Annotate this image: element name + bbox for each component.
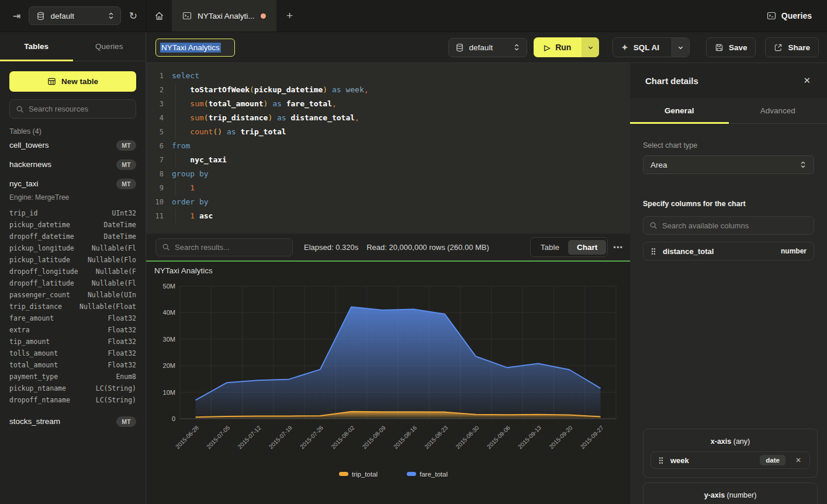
column-row[interactable]: trip_distanceNullable(Float bbox=[9, 301, 136, 312]
table-name: stocks_stream bbox=[9, 417, 60, 426]
column-chip[interactable]: weekdate✕ bbox=[650, 451, 810, 469]
sql-ai-options-button[interactable] bbox=[672, 38, 689, 57]
search-icon bbox=[162, 243, 170, 251]
column-type: LC(String) bbox=[91, 383, 136, 394]
home-button[interactable] bbox=[146, 0, 172, 32]
y-axis-title: y-axis bbox=[704, 491, 725, 499]
chart-details-header: Chart details ✕ bbox=[630, 63, 827, 98]
column-row[interactable]: total_amountFloat32 bbox=[9, 359, 136, 371]
x-axis-constraint: (any) bbox=[733, 437, 750, 446]
share-button[interactable]: Share bbox=[765, 37, 819, 57]
column-type: Nullable(Fl bbox=[87, 277, 136, 289]
resource-search-input[interactable] bbox=[29, 105, 132, 113]
new-table-button[interactable]: New table bbox=[9, 71, 136, 92]
columns-search[interactable] bbox=[643, 216, 814, 235]
table-item[interactable]: cell_towersMT bbox=[0, 135, 146, 155]
line-number: 2 bbox=[146, 83, 164, 97]
results-chart[interactable]: 010M20M30M40M50M2015-06-282015-07-052015… bbox=[146, 262, 630, 504]
resource-search[interactable] bbox=[9, 99, 136, 119]
table-view-button[interactable]: Table bbox=[532, 240, 568, 255]
chart-type-select[interactable]: Area bbox=[643, 155, 814, 174]
table-name: nyc_taxi bbox=[9, 179, 39, 188]
svg-text:20M: 20M bbox=[163, 362, 175, 369]
table-item[interactable]: hackernewsMT bbox=[0, 155, 146, 174]
tab-advanced[interactable]: Advanced bbox=[729, 98, 827, 123]
code-line: 1 asc bbox=[172, 209, 630, 223]
sql-ai-label: SQL AI bbox=[634, 43, 659, 52]
column-name: trip_distance bbox=[9, 301, 62, 312]
new-tab-button[interactable]: + bbox=[276, 0, 303, 32]
line-number: 1 bbox=[146, 69, 164, 83]
column-chip-name: distance_total bbox=[663, 247, 714, 256]
column-chip[interactable]: distance_totalnumber bbox=[643, 242, 814, 260]
column-row[interactable]: fare_amountFloat32 bbox=[9, 312, 136, 324]
column-row[interactable]: payment_typeEnum8 bbox=[9, 371, 136, 383]
refresh-icon[interactable]: ↻ bbox=[129, 10, 137, 22]
column-type: Float32 bbox=[103, 347, 136, 359]
table-item[interactable]: nyc_taxiMT bbox=[0, 174, 146, 193]
column-row[interactable]: pickup_latitudeNullable(Flo bbox=[9, 254, 136, 266]
column-name: tolls_amount bbox=[9, 347, 58, 359]
sidebar-tab-tables[interactable]: Tables bbox=[0, 32, 73, 61]
column-list: trip_idUInt32pickup_datetimeDateTimedrop… bbox=[0, 205, 146, 412]
close-icon[interactable]: ✕ bbox=[803, 75, 811, 86]
column-row[interactable]: tip_amountFloat32 bbox=[9, 336, 136, 347]
column-name: passenger_count bbox=[9, 289, 70, 301]
tab-nytaxi-analytics[interactable]: NYTaxi Analyti... bbox=[172, 0, 276, 32]
collapse-sidebar-icon[interactable]: ⇥ bbox=[13, 11, 20, 22]
queries-link[interactable]: Queries bbox=[752, 11, 827, 20]
column-row[interactable]: tolls_amountFloat32 bbox=[9, 347, 136, 359]
svg-text:10M: 10M bbox=[163, 389, 175, 396]
column-row[interactable]: dropoff_latitudeNullable(Fl bbox=[9, 277, 136, 289]
column-type: UInt32 bbox=[107, 207, 136, 219]
results-search[interactable] bbox=[155, 238, 293, 256]
sql-ai-button[interactable]: ✦ SQL AI bbox=[613, 38, 666, 57]
updown-chevron-icon bbox=[513, 43, 520, 51]
code-line: order by bbox=[172, 195, 630, 209]
query-title-input[interactable]: NYTaxi Analytics bbox=[155, 39, 235, 57]
grip-icon bbox=[658, 456, 664, 465]
column-row[interactable]: dropoff_datetimeDateTime bbox=[9, 231, 136, 242]
tab-strip: NYTaxi Analyti... + bbox=[146, 0, 752, 32]
run-label: Run bbox=[555, 43, 571, 52]
read-stat: Read: 20,000,000 rows (260.00 MB) bbox=[366, 243, 489, 252]
column-row[interactable]: pickup_datetimeDateTime bbox=[9, 219, 136, 231]
table-item[interactable]: stocks_streamMT bbox=[0, 412, 146, 431]
svg-text:0: 0 bbox=[172, 415, 175, 422]
svg-text:2015-09-06: 2015-09-06 bbox=[486, 424, 511, 450]
column-row[interactable]: trip_idUInt32 bbox=[9, 207, 136, 219]
chart-details-body: Select chart type Area Specify columns f… bbox=[630, 141, 827, 504]
code-line: from bbox=[172, 139, 630, 153]
tab-title: NYTaxi Analyti... bbox=[198, 12, 255, 20]
chart-view-button[interactable]: Chart bbox=[568, 240, 606, 255]
query-title-value: NYTaxi Analytics bbox=[160, 43, 221, 53]
column-row[interactable]: dropoff_ntanameLC(String) bbox=[9, 394, 136, 406]
save-icon bbox=[715, 43, 724, 52]
more-options-icon[interactable]: ••• bbox=[613, 243, 623, 252]
run-options-button[interactable] bbox=[582, 37, 599, 57]
toolbar-database-selector[interactable]: default bbox=[448, 38, 528, 57]
run-button[interactable]: ▷ Run bbox=[534, 37, 582, 57]
remove-icon[interactable]: ✕ bbox=[794, 455, 802, 465]
table-grid-icon bbox=[47, 77, 56, 86]
chart-panel: 010M20M30M40M50M2015-06-282015-07-052015… bbox=[146, 262, 630, 504]
topbar-database-selector[interactable]: default bbox=[29, 6, 120, 25]
column-row[interactable]: pickup_ntanameLC(String) bbox=[9, 383, 136, 394]
database-icon bbox=[455, 43, 464, 52]
run-button-group: ▷ Run bbox=[534, 37, 599, 57]
sidebar-tab-queries[interactable]: Queries bbox=[73, 32, 146, 61]
svg-text:2015-08-02: 2015-08-02 bbox=[330, 424, 356, 450]
editor-gutter: 1234567891011 bbox=[146, 69, 164, 223]
column-row[interactable]: extraFloat32 bbox=[9, 324, 136, 336]
column-type: Float32 bbox=[103, 336, 136, 347]
tab-general[interactable]: General bbox=[630, 98, 729, 123]
column-row[interactable]: dropoff_longitudeNullable(F bbox=[9, 266, 136, 277]
columns-search-input[interactable] bbox=[662, 221, 808, 230]
code-line: count() as trip_total bbox=[172, 125, 630, 139]
save-button[interactable]: Save bbox=[706, 37, 756, 57]
column-type: Nullable(Flo bbox=[83, 254, 136, 266]
column-row[interactable]: pickup_longitudeNullable(Fl bbox=[9, 242, 136, 254]
results-search-input[interactable] bbox=[175, 243, 286, 252]
sql-editor[interactable]: 1234567891011 select toStartOfWeek(picku… bbox=[146, 63, 630, 234]
column-row[interactable]: passenger_countNullable(UIn bbox=[9, 289, 136, 301]
